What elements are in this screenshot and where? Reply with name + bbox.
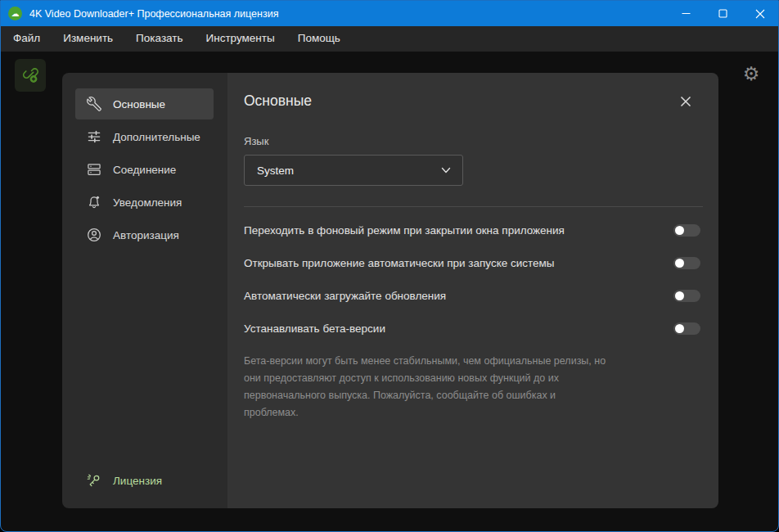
sidebar-item-general[interactable]: Основные [75,88,214,119]
sidebar-item-license[interactable]: Лицензия [75,465,214,496]
toggle-knob [675,226,684,235]
chevron-down-icon [440,165,452,176]
beta-versions-toggle[interactable] [673,322,700,335]
close-icon [755,9,765,19]
server-icon [85,161,102,178]
sidebar-item-label: Основные [113,98,165,110]
close-icon [680,96,691,107]
sidebar-item-label: Соединение [113,164,176,176]
sidebar-item-connection[interactable]: Соединение [75,154,214,185]
language-select[interactable]: System [244,155,463,186]
maximize-button[interactable] [705,1,741,26]
settings-sidebar: Основные Дополнительные [62,73,227,508]
wrench-icon [85,96,102,113]
menu-tools[interactable]: Инструменты [195,29,286,49]
sidebar-item-label: Дополнительные [113,131,200,143]
toggle-row-autostart: Открывать приложение автоматически при з… [244,246,703,279]
toggle-row-background-mode: Переходить в фоновый режим при закрытии … [244,214,703,246]
window-title: 4K Video Downloader+ Профессиональная ли… [29,8,278,20]
menubar: Файл Изменить Показать Инструменты Помощ… [1,26,778,52]
settings-gear-button[interactable]: ⚙ [739,61,763,86]
menu-view[interactable]: Показать [124,29,194,49]
language-label: Язык [244,135,703,147]
add-link-icon [20,65,40,85]
minimize-button[interactable] [668,1,705,26]
maximize-icon [718,9,727,18]
paste-link-button[interactable] [15,59,46,92]
sidebar-item-label: Уведомления [113,196,182,209]
section-divider [244,206,703,207]
toggle-row-auto-updates: Автоматически загружайте обновления [244,279,703,312]
sidebar-item-label: Авторизация [113,229,179,241]
toggle-label: Автоматически загружайте обновления [244,290,446,302]
app-window: ☁ 4K Video Downloader+ Профессиональная … [0,0,779,532]
menu-help[interactable]: Помощь [286,29,352,49]
toggle-label: Устанавливать бета-версии [244,322,385,335]
sidebar-item-authorization[interactable]: Авторизация [75,219,214,250]
background-mode-toggle[interactable] [673,224,700,237]
settings-panel: Основные Дополнительные [62,73,718,508]
toggle-knob [675,259,684,268]
titlebar[interactable]: ☁ 4K Video Downloader+ Профессиональная … [1,1,778,26]
user-circle-icon [85,227,102,244]
toggle-label: Открывать приложение автоматически при з… [244,257,555,269]
sliders-icon [85,128,102,146]
sidebar-item-notifications[interactable]: Уведомления [75,187,214,218]
sidebar-item-advanced[interactable]: Дополнительные [75,121,214,152]
window-controls [668,1,778,26]
menu-file[interactable]: Файл [2,29,52,49]
language-value: System [257,165,294,177]
close-settings-button[interactable] [678,94,693,109]
autostart-toggle[interactable] [673,257,700,269]
toggle-knob [675,291,684,300]
beta-note-text: Бета-версии могут быть менее стабильными… [244,353,610,422]
minimize-icon [682,9,691,18]
menu-edit[interactable]: Изменить [52,29,124,49]
settings-header: Основные [244,92,703,110]
bell-icon [85,194,102,211]
app-logo-icon: ☁ [8,7,22,20]
toggle-knob [675,324,684,333]
toggle-row-beta-versions: Устанавливать бета-версии [244,312,703,345]
page-title: Основные [244,92,312,110]
settings-content: Основные Язык System Переходить в фоновы… [227,73,718,508]
sidebar-item-label: Лицензия [113,475,162,487]
key-icon [85,472,102,489]
close-window-button[interactable] [741,1,778,26]
auto-updates-toggle[interactable] [673,290,700,302]
toggle-label: Переходить в фоновый режим при закрытии … [244,224,565,237]
